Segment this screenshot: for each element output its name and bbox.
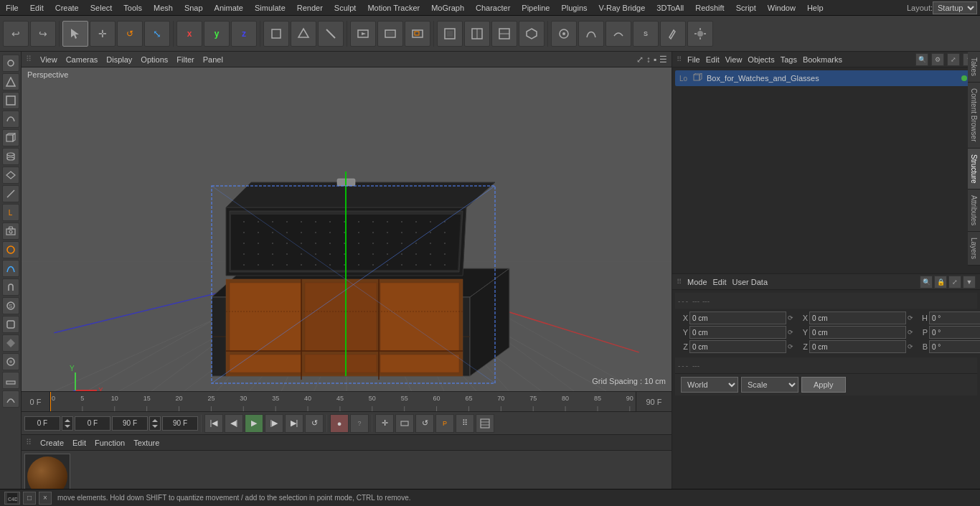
coord-arrow-x-rot[interactable]: ⟳ [908, 314, 916, 322]
menu-sculpt[interactable]: Sculpt [329, 2, 362, 14]
vp-menu-cameras[interactable]: Cameras [66, 55, 98, 64]
plane-button[interactable] [2, 167, 19, 184]
object-mode-button[interactable] [263, 21, 289, 47]
goto-end-button[interactable]: ▶| [285, 414, 303, 433]
hand-tool-button[interactable] [2, 353, 19, 370]
sym-button[interactable]: S [633, 21, 659, 47]
cylinder-button[interactable] [2, 148, 19, 165]
menu-tools[interactable]: Tools [118, 2, 148, 14]
menu-animate[interactable]: Animate [209, 2, 249, 14]
menu-character[interactable]: Character [470, 2, 516, 14]
scale-tool-button[interactable]: ⤡ [144, 21, 170, 47]
deform-button[interactable] [2, 316, 19, 333]
bp-menu-texture[interactable]: Texture [133, 439, 159, 447]
transport-start-field[interactable] [24, 416, 60, 431]
tab-attributes[interactable]: Attributes [968, 189, 980, 232]
coord-arrow-x-pos[interactable]: ⟳ [788, 314, 796, 322]
coord-arrow-y-rot[interactable]: ⟳ [908, 329, 916, 336]
ob-menu-file[interactable]: File [687, 55, 700, 64]
layout-dropdown[interactable]: Startup [933, 1, 977, 14]
menu-vray[interactable]: V-Ray Bridge [593, 2, 651, 14]
menu-render[interactable]: Render [291, 2, 329, 14]
menu-snap[interactable]: Snap [179, 2, 209, 14]
ob-menu-view[interactable]: View [725, 55, 743, 64]
menu-redshift[interactable]: Redshift [689, 2, 730, 14]
attr-menu-mode[interactable]: Mode [687, 278, 707, 286]
polys-mode-button[interactable] [2, 92, 19, 109]
floor-button[interactable] [2, 372, 19, 389]
coord-arrow-z-pos[interactable]: ⟳ [788, 343, 796, 350]
coord-z-pos-field[interactable] [689, 340, 786, 353]
spline-pen-button[interactable] [2, 260, 19, 277]
record-options-button[interactable]: ? [350, 414, 369, 433]
coord-b-field[interactable] [929, 340, 980, 353]
menu-3dtoall[interactable]: 3DToAll [651, 2, 689, 14]
motion-blur-button[interactable] [476, 414, 494, 433]
coord-x-rot-field[interactable] [809, 311, 906, 324]
render-region-button[interactable] [405, 21, 430, 47]
viewport-canvas[interactable]: X Y Z Perspective Grid Spacing : 10 cm [22, 67, 672, 391]
step-back-button[interactable]: ◀| [225, 414, 243, 433]
select-tool-button[interactable] [62, 21, 88, 47]
transport-start-arrows[interactable] [62, 416, 73, 431]
record-button[interactable]: ● [330, 414, 349, 433]
tab-layers[interactable]: Layers [968, 232, 980, 266]
knife-button[interactable]: S [2, 297, 19, 314]
magnet-button[interactable] [2, 278, 19, 296]
bp-menu-function[interactable]: Function [95, 439, 125, 447]
attr-menu-edit[interactable]: Edit [713, 278, 727, 286]
menu-mograph[interactable]: MoGraph [425, 2, 470, 14]
vp-menu-view[interactable]: View [40, 55, 57, 64]
scale-dropdown[interactable]: Scale [741, 377, 798, 393]
menu-file[interactable]: File [0, 2, 24, 14]
vp-menu-display[interactable]: Display [106, 55, 132, 64]
local-transform-button[interactable]: z [231, 21, 257, 47]
transport-end-arrows[interactable] [149, 416, 161, 431]
play-button[interactable]: ▶ [245, 414, 263, 433]
ob-settings-button[interactable]: ⚙ [931, 53, 944, 66]
auto-key-button[interactable]: P [435, 414, 454, 433]
timeline-end-field[interactable]: 90 F [636, 392, 672, 412]
motion-path-button[interactable]: ✛ [375, 414, 394, 433]
timeline-ruler[interactable]: 0 5 10 15 20 25 30 35 [50, 392, 636, 412]
keyframe-dots-button[interactable]: ⠿ [456, 414, 474, 433]
redo-button[interactable]: ↪ [30, 21, 56, 47]
render-preview-button[interactable] [350, 21, 376, 47]
transport-current-field[interactable] [75, 416, 110, 431]
vp-menu-panel[interactable]: Panel [203, 55, 223, 64]
attr-lock-button[interactable]: 🔒 [934, 276, 947, 289]
key-button[interactable] [395, 414, 414, 433]
status-icon-1[interactable]: □ [23, 492, 36, 505]
coord-z-rot-field[interactable] [809, 340, 906, 353]
line-button[interactable] [2, 185, 19, 202]
bp-menu-edit[interactable]: Edit [72, 439, 86, 447]
status-icon-2[interactable]: × [39, 492, 52, 505]
world-transform-button[interactable]: x [176, 21, 202, 47]
coord-h-field[interactable] [929, 311, 980, 324]
menu-mesh[interactable]: Mesh [148, 2, 179, 14]
render-to-picture-viewer-button[interactable] [377, 21, 403, 47]
vp-maximize-button[interactable]: ▪ [654, 55, 656, 65]
vp-menu-button[interactable]: ☰ [659, 55, 667, 65]
paint-button[interactable] [660, 21, 686, 47]
vp-menu-filter[interactable]: Filter [176, 55, 194, 64]
loop-button[interactable]: ↺ [305, 414, 324, 433]
step-forward-button[interactable]: |▶ [265, 414, 283, 433]
apply-button[interactable]: Apply [801, 377, 846, 393]
move-tool-button[interactable]: ✛ [90, 21, 116, 47]
menu-simulate[interactable]: Simulate [249, 2, 291, 14]
light-button[interactable] [687, 21, 713, 47]
menu-select[interactable]: Select [85, 2, 118, 14]
edges-mode-button[interactable] [2, 73, 19, 90]
vp-expand-button[interactable]: ⤢ [636, 55, 644, 65]
menu-help[interactable]: Help [801, 2, 829, 14]
world-dropdown[interactable]: World [681, 377, 738, 393]
vp-menu-options[interactable]: Options [141, 55, 168, 64]
ob-menu-tags[interactable]: Tags [781, 55, 797, 64]
vp-arrows-button[interactable]: ↕ [646, 55, 651, 65]
menu-window[interactable]: Window [762, 2, 801, 14]
measure-button[interactable]: L [2, 204, 19, 221]
coord-x-pos-field[interactable]: 0 cm [689, 311, 786, 324]
time-current-field[interactable]: 0 F [22, 392, 50, 412]
menu-pipeline[interactable]: Pipeline [516, 2, 555, 14]
